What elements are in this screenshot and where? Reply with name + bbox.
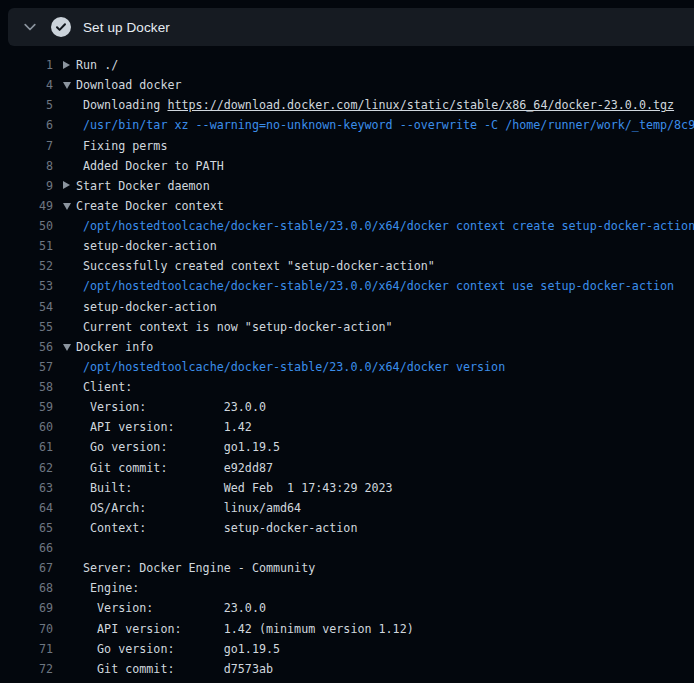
- log-line-content: Create Docker context: [76, 196, 694, 216]
- log-line-content: OS/Arch: linux/amd64: [83, 498, 694, 518]
- group-title: Run ./: [76, 58, 118, 72]
- line-number[interactable]: 7: [0, 136, 53, 156]
- log-line-content: Run ./: [76, 55, 694, 75]
- line-number[interactable]: 65: [0, 518, 53, 538]
- log-text: Current context is now "setup-docker-act…: [83, 320, 393, 334]
- triangle-right-icon[interactable]: [63, 181, 70, 189]
- command-text: /opt/hostedtoolcache/docker-stable/23.0.…: [83, 219, 694, 233]
- log-row-9[interactable]: 9Start Docker daemon: [0, 176, 694, 196]
- line-number[interactable]: 71: [0, 639, 53, 659]
- line-number[interactable]: 56: [0, 337, 53, 357]
- command-text: /opt/hostedtoolcache/docker-stable/23.0.…: [83, 279, 674, 293]
- line-number[interactable]: 49: [0, 196, 53, 216]
- log-line-content: Version: 23.0.0: [83, 397, 694, 417]
- log-row-69: 69 Version: 23.0.0: [0, 598, 694, 618]
- step-title: Set up Docker: [83, 20, 170, 35]
- log-line-content: Git commit: d7573ab: [83, 659, 694, 679]
- line-number[interactable]: 6: [0, 115, 53, 135]
- line-number[interactable]: 61: [0, 437, 53, 457]
- log-row-49[interactable]: 49Create Docker context: [0, 196, 694, 216]
- log-row-7: 7Fixing perms: [0, 136, 694, 156]
- line-number[interactable]: 57: [0, 357, 53, 377]
- line-number[interactable]: 68: [0, 578, 53, 598]
- log-line-content: Go version: go1.19.5: [83, 639, 694, 659]
- log-row-52: 52Successfully created context "setup-do…: [0, 256, 694, 276]
- line-number[interactable]: 4: [0, 75, 53, 95]
- log-row-71: 71 Go version: go1.19.5: [0, 639, 694, 659]
- log-line-content: Version: 23.0.0: [83, 598, 694, 618]
- group-title: Docker info: [76, 340, 153, 354]
- log-line-content: Fixing perms: [83, 136, 694, 156]
- line-number[interactable]: 67: [0, 558, 53, 578]
- log-row-5: 5Downloading https://download.docker.com…: [0, 95, 694, 115]
- line-number[interactable]: 60: [0, 417, 53, 437]
- log-line-content: Go version: go1.19.5: [83, 437, 694, 457]
- command-text: /opt/hostedtoolcache/docker-stable/23.0.…: [83, 360, 505, 374]
- log-text: Go version: go1.19.5: [83, 642, 280, 656]
- line-number[interactable]: 51: [0, 236, 53, 256]
- log-row-57: 57/opt/hostedtoolcache/docker-stable/23.…: [0, 357, 694, 377]
- log-line-content: API version: 1.42 (minimum version 1.12): [83, 619, 694, 639]
- log-line-content: Context: setup-docker-action: [83, 518, 694, 538]
- log-text: Client:: [83, 380, 132, 394]
- line-number[interactable]: 64: [0, 498, 53, 518]
- group-title: Download docker: [76, 78, 182, 92]
- log-row-4[interactable]: 4Download docker: [0, 75, 694, 95]
- log-row-8: 8Added Docker to PATH: [0, 156, 694, 176]
- log-link[interactable]: https://download.docker.com/linux/static…: [167, 98, 674, 112]
- command-text: /usr/bin/tar xz --warning=no-unknown-key…: [83, 118, 694, 132]
- log-line-content: Download docker: [76, 75, 694, 95]
- log-line-content: /opt/hostedtoolcache/docker-stable/23.0.…: [83, 357, 694, 377]
- log-line-content: /usr/bin/tar xz --warning=no-unknown-key…: [83, 115, 694, 135]
- log-row-58: 58Client:: [0, 377, 694, 397]
- line-number[interactable]: 62: [0, 458, 53, 478]
- log-text: Downloading: [83, 98, 167, 112]
- log-text: Git commit: d7573ab: [83, 662, 273, 676]
- line-number[interactable]: 5: [0, 95, 53, 115]
- log-text: Successfully created context "setup-dock…: [83, 259, 435, 273]
- line-number[interactable]: 72: [0, 659, 53, 679]
- log-row-63: 63 Built: Wed Feb 1 17:43:29 2023: [0, 478, 694, 498]
- triangle-down-icon[interactable]: [63, 203, 71, 210]
- log-row-60: 60 API version: 1.42: [0, 417, 694, 437]
- line-number[interactable]: 8: [0, 156, 53, 176]
- log-row-50: 50/opt/hostedtoolcache/docker-stable/23.…: [0, 216, 694, 236]
- log-line-content: /opt/hostedtoolcache/docker-stable/23.0.…: [83, 216, 694, 236]
- log-line-content: /opt/hostedtoolcache/docker-stable/23.0.…: [83, 276, 694, 296]
- triangle-down-icon[interactable]: [63, 344, 71, 351]
- log-row-67: 67Server: Docker Engine - Community: [0, 558, 694, 578]
- log-line-content: Added Docker to PATH: [83, 156, 694, 176]
- line-number[interactable]: 69: [0, 598, 53, 618]
- group-title: Start Docker daemon: [76, 179, 210, 193]
- log-row-56[interactable]: 56Docker info: [0, 337, 694, 357]
- line-number[interactable]: 70: [0, 619, 53, 639]
- log-row-1[interactable]: 1Run ./: [0, 55, 694, 75]
- line-number[interactable]: 63: [0, 478, 53, 498]
- log-line-content: Successfully created context "setup-dock…: [83, 256, 694, 276]
- chevron-down-icon[interactable]: [22, 19, 38, 35]
- log-text: Context: setup-docker-action: [83, 521, 357, 535]
- line-number[interactable]: 50: [0, 216, 53, 236]
- line-number[interactable]: 53: [0, 276, 53, 296]
- log-text: OS/Arch: linux/amd64: [83, 501, 301, 515]
- line-number[interactable]: 59: [0, 397, 53, 417]
- log-line-content: setup-docker-action: [83, 236, 694, 256]
- log-line-content: Engine:: [83, 578, 694, 598]
- log-row-61: 61 Go version: go1.19.5: [0, 437, 694, 457]
- line-number[interactable]: 55: [0, 317, 53, 337]
- line-number[interactable]: 66: [0, 538, 53, 558]
- log-text: API version: 1.42: [83, 420, 252, 434]
- line-number[interactable]: 1: [0, 55, 53, 75]
- step-header[interactable]: Set up Docker: [8, 8, 694, 46]
- log-line-content: setup-docker-action: [83, 297, 694, 317]
- line-number[interactable]: 52: [0, 256, 53, 276]
- line-number[interactable]: 58: [0, 377, 53, 397]
- log-row-62: 62 Git commit: e92dd87: [0, 458, 694, 478]
- line-number[interactable]: 9: [0, 176, 53, 196]
- triangle-right-icon[interactable]: [63, 61, 70, 69]
- line-number[interactable]: 54: [0, 297, 53, 317]
- log-row-65: 65 Context: setup-docker-action: [0, 518, 694, 538]
- triangle-down-icon[interactable]: [63, 82, 71, 89]
- log-row-64: 64 OS/Arch: linux/amd64: [0, 498, 694, 518]
- log-text: API version: 1.42 (minimum version 1.12): [83, 622, 414, 636]
